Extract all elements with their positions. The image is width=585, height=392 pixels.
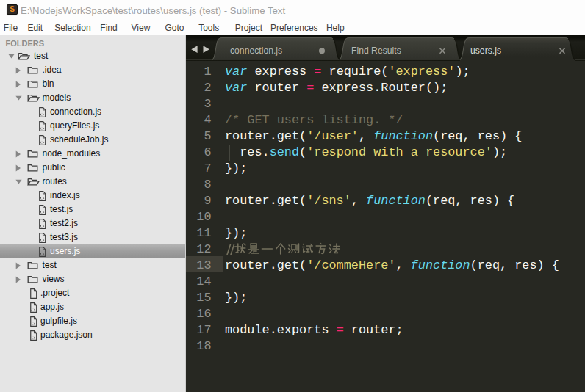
- svg-text:Find Results: Find Results: [351, 46, 401, 56]
- svg-text:connection.js: connection.js: [230, 46, 282, 56]
- svg-text:users.js: users.js: [470, 46, 501, 56]
